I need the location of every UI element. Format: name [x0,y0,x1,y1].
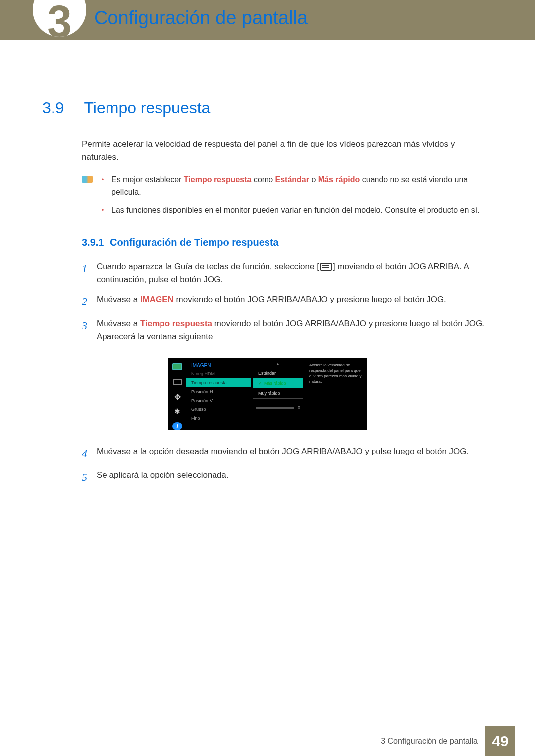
osd-item-pos-v: Posición-V [186,396,251,405]
step-1: 1 Cuando aparezca la Guía de teclas de f… [82,260,493,287]
osd-position-icon: ✥ [172,393,182,401]
osd-description: Acelere la velocidad de respuesta del pa… [305,358,367,430]
osd-option-standard: Estándar [253,368,303,378]
info-note: Es mejor establecer Tiempo respuesta com… [92,174,493,216]
subsection-heading: 3.9.1 Configuración de Tiempo respuesta [82,237,493,248]
section-intro: Permite acelerar la velocidad de respues… [82,137,493,164]
menu-icon [320,263,332,271]
footer-page-number: 49 [485,726,515,756]
step-4: 4 Muévase a la opción deseada moviendo e… [82,445,493,462]
step-5: 5 Se aplicará la opción seleccionada. [82,469,493,486]
info-bullet-2: Las funciones disponibles en el monitor … [111,204,493,217]
chapter-number: 3 [47,0,72,40]
osd-screenshot: ✥ ✱ i IMAGEN N.neg HDMI Tiempo respuesta… [168,358,367,430]
osd-item-fine: Fino [186,414,251,423]
section-heading: 3.9 Tiempo respuesta [42,99,493,117]
steps-list-cont: 4 Muévase a la opción deseada moviendo e… [82,445,493,486]
osd-item-pos-h: Posición-H [186,387,251,396]
header-bar: 3 Configuración de pantalla [0,0,535,40]
step-3: 3 Muévase a Tiempo respuesta moviendo el… [82,317,493,344]
osd-arrow-up-icon: ▲ [276,362,280,366]
osd-item-coarse: Grueso [186,405,251,414]
osd-menu: IMAGEN N.neg HDMI Tiempo respuesta Posic… [186,358,251,430]
page-content: 3.9 Tiempo respuesta Permite acelerar la… [0,40,535,486]
section-number: 3.9 [42,99,82,117]
subsection-title: Configuración de Tiempo respuesta [110,237,279,248]
footer-chapter-label: 3 Configuración de pantalla [381,737,478,746]
section-title: Tiempo respuesta [84,99,210,117]
osd-slider: 0 [256,405,300,410]
osd-icon-sidebar: ✥ ✱ i [168,358,186,430]
osd-item-hdmi: N.neg HDMI [186,369,251,378]
osd-size-icon [172,378,182,386]
osd-settings-icon: ✱ [172,407,182,415]
subsection-number: 3.9.1 [82,237,104,248]
note-icon [82,176,93,183]
osd-submenu: ▲ Estándar Más rápido Muy rápido 0 [251,358,305,430]
step-2: 2 Muévase a IMAGEN moviendo el botón JOG… [82,293,493,310]
chapter-circle: 3 [30,0,89,40]
osd-info-icon: i [172,422,182,430]
info-bullet-1: Es mejor establecer Tiempo respuesta com… [111,174,493,199]
chapter-title: Configuración de pantalla [94,7,308,29]
osd-menu-title: IMAGEN [186,362,251,369]
osd-picture-icon [172,363,182,371]
osd-option-fastest: Muy rápido [253,388,303,398]
page-footer: 3 Configuración de pantalla 49 [0,726,535,756]
osd-option-faster: Más rápido [253,378,303,388]
steps-list: 1 Cuando aparezca la Guía de teclas de f… [82,260,493,343]
osd-item-response-time: Tiempo respuesta [186,378,251,387]
